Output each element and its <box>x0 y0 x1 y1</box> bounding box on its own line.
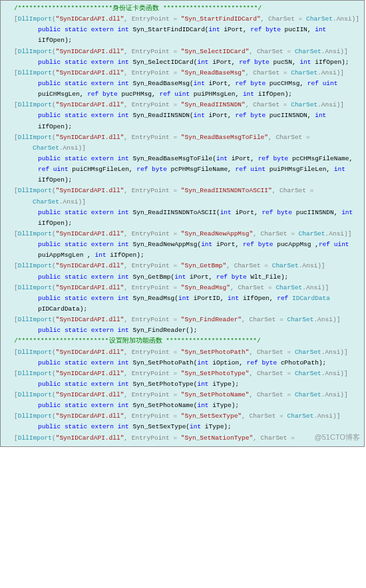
section-comment-2: /************************设置附加功能函数 ******… <box>14 337 261 345</box>
sig-ReadMsg: public static extern int Syn_ReadMsg(int… <box>1 293 364 315</box>
sig-SetSexType: public static extern int Syn_SetSexType(… <box>1 422 364 432</box>
attr-SetNationType: [DllImport("SynIDCardAPI.dll", EntryPoin… <box>9 433 364 444</box>
sig-GetBmp: public static extern int Syn_GetBmp(int … <box>1 272 364 283</box>
attr-ReadNewAppMsg: [DllImport("SynIDCardAPI.dll", EntryPoin… <box>9 229 364 239</box>
sig-ReadIINSNDNToASCII: public static extern int Syn_ReadIINSNDN… <box>1 208 364 229</box>
attr-SetPhotoPath: [DllImport("SynIDCardAPI.dll", EntryPoin… <box>9 347 364 358</box>
attr-ReadMsg: [DllImport("SynIDCardAPI.dll", EntryPoin… <box>9 283 364 293</box>
attr-ReadBaseMsg: [DllImport("SynIDCardAPI.dll", EntryPoin… <box>9 68 364 78</box>
attr-ReadBaseMsgToFile: [DllImport("SynIDCardAPI.dll", EntryPoin… <box>9 132 364 154</box>
sig-ReadBaseMsgToFile: public static extern int Syn_ReadBaseMsg… <box>1 154 364 186</box>
attr-SetSexType: [DllImport("SynIDCardAPI.dll", EntryPoin… <box>9 411 364 422</box>
attr-SelectID: [DllImport("SynIDCardAPI.dll", EntryPoin… <box>9 47 364 57</box>
attr-GetBmp: [DllImport("SynIDCardAPI.dll", EntryPoin… <box>9 261 364 271</box>
attr-FindReader: [DllImport("SynIDCardAPI.dll", EntryPoin… <box>9 315 364 325</box>
sig-SetPhotoType: public static extern int Syn_SetPhotoTyp… <box>1 379 364 390</box>
sig-ReadBaseMsg: public static extern int Syn_ReadBaseMsg… <box>1 78 364 100</box>
sig-SelectID: public static extern int Syn_SelectIDCar… <box>1 57 364 68</box>
sig-StartFind: public static extern int Syn_StartFindID… <box>1 25 364 46</box>
attr-SetPhotoName: [DllImport("SynIDCardAPI.dll", EntryPoin… <box>9 390 364 400</box>
attr-SetPhotoType: [DllImport("SynIDCardAPI.dll", EntryPoin… <box>9 368 364 379</box>
watermark: @51CTO博客 <box>315 431 360 444</box>
section-comment-1: /*************************身份证卡类函数 ******… <box>14 5 262 12</box>
attr-ReadIINSNDNToASCII: [DllImport("SynIDCardAPI.dll", EntryPoin… <box>9 186 364 207</box>
sig-ReadIINSNDN: public static extern int Syn_ReadIINSNDN… <box>1 110 364 132</box>
sig-SetPhotoName: public static extern int Syn_SetPhotoNam… <box>1 400 364 411</box>
attr-ReadIINSNDN: [DllImport("SynIDCardAPI.dll", EntryPoin… <box>9 100 364 110</box>
sig-SetPhotoPath: public static extern int Syn_SetPhotoPat… <box>1 358 364 368</box>
sig-ReadNewAppMsg: public static extern int Syn_ReadNewAppM… <box>1 239 364 261</box>
code-block: /*************************身份证卡类函数 ******… <box>0 0 365 447</box>
attr-StartFind: [DllImport("SynIDCardAPI.dll", EntryPoin… <box>9 14 364 25</box>
sig-FindReader: public static extern int Syn_FindReader(… <box>1 325 364 336</box>
